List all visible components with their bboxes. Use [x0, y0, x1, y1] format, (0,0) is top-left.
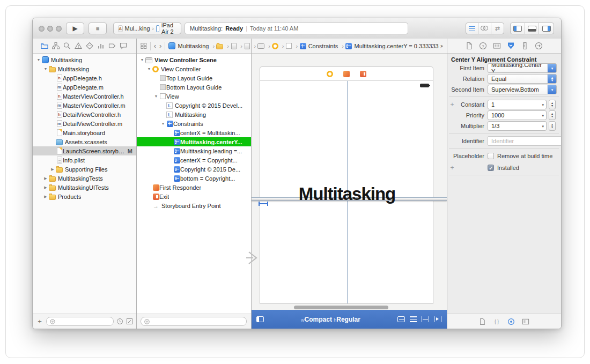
- disclosure-triangle[interactable]: ▶: [43, 176, 48, 181]
- disclosure-triangle[interactable]: ▼: [36, 58, 41, 62]
- outline-row[interactable]: ▼ Constraints: [136, 119, 251, 128]
- minimize-window-button[interactable]: [47, 26, 53, 32]
- identifier-input[interactable]: [488, 136, 562, 146]
- outline-row[interactable]: ▼ View Controller Scene: [136, 55, 251, 64]
- storyboard-canvas[interactable]: Multitasking: [251, 54, 447, 310]
- inspector-divider[interactable]: [447, 39, 447, 329]
- file-row[interactable]: m AppDelegate.m: [33, 83, 136, 92]
- version-editor-button[interactable]: ⇄: [491, 23, 504, 34]
- file-row[interactable]: ▶ Products: [33, 192, 136, 201]
- outline-row[interactable]: centerX = Copyright...: [136, 155, 251, 165]
- outline-row[interactable]: Exit: [136, 192, 251, 201]
- object-library-icon[interactable]: [507, 318, 515, 325]
- file-row[interactable]: ▶ MultitaskingTests: [33, 174, 136, 183]
- recent-files-clock-icon[interactable]: [116, 318, 123, 325]
- document-outline-toggle-icon[interactable]: [256, 316, 264, 322]
- disclosure-triangle[interactable]: ▼: [146, 67, 152, 71]
- attributes-inspector-icon[interactable]: [507, 42, 515, 50]
- file-row[interactable]: LaunchScreen.storyboard M: [33, 146, 136, 155]
- navigator-divider[interactable]: [136, 39, 137, 329]
- disclosure-triangle[interactable]: ▼: [139, 58, 145, 62]
- placeholder-checkbox[interactable]: [488, 153, 494, 159]
- breadcrumb-item[interactable]: Multitasking ›: [168, 42, 216, 49]
- breadcrumb-item[interactable]: Constraints ›: [299, 42, 345, 49]
- toggle-debug-area-button[interactable]: [525, 23, 540, 34]
- size-class-indicator[interactable]: wCompact hRegular: [264, 316, 397, 323]
- first-responder-icon[interactable]: [343, 71, 350, 77]
- file-row[interactable]: h MasterViewController.h: [33, 92, 136, 101]
- standard-editor-button[interactable]: [466, 23, 478, 34]
- outline-row[interactable]: bottom = Copyright...: [136, 174, 251, 183]
- test-navigator-icon[interactable]: [85, 42, 94, 50]
- outline-row[interactable]: ▼ View: [136, 92, 251, 101]
- breadcrumb-item[interactable]: Multitasking.centerY = 0.333333 × bottom…: [345, 42, 442, 49]
- file-row[interactable]: m MasterViewController.m: [33, 101, 136, 110]
- disclosure-triangle[interactable]: ▼: [43, 67, 48, 71]
- outline-row[interactable]: Multitasking.centerY...: [136, 137, 251, 146]
- toggle-navigator-button[interactable]: [511, 23, 525, 34]
- issue-navigator-icon[interactable]: [74, 42, 83, 50]
- breadcrumb-item[interactable]: ›: [216, 42, 231, 49]
- disclosure-triangle[interactable]: ▼: [153, 94, 159, 98]
- connections-inspector-icon[interactable]: [535, 42, 543, 50]
- relation-popup[interactable]: Equal ▴▾: [488, 74, 557, 84]
- file-row[interactable]: m DetailViewController.m: [33, 119, 136, 128]
- first-item-popup[interactable]: Multitasking.Center Y ▾: [488, 63, 557, 73]
- quick-help-inspector-icon[interactable]: ?: [479, 42, 487, 50]
- breakpoint-navigator-icon[interactable]: [108, 42, 116, 50]
- outline-row[interactable]: Copyright © 2015 De...: [136, 165, 251, 174]
- horizontal-scrollbar[interactable]: [294, 306, 388, 309]
- view-controller-icon[interactable]: [327, 71, 333, 77]
- file-row[interactable]: h DetailViewController.h: [33, 110, 136, 119]
- disclosure-triangle[interactable]: ▶: [43, 185, 48, 190]
- toggle-inspector-button[interactable]: [539, 23, 554, 34]
- priority-field[interactable]: 1000 ▾: [488, 110, 547, 120]
- file-row[interactable]: Main.storyboard: [33, 128, 136, 137]
- close-window-button[interactable]: [39, 26, 45, 32]
- media-library-icon[interactable]: [522, 318, 529, 325]
- align-button-icon[interactable]: [410, 316, 417, 322]
- search-navigator-icon[interactable]: [63, 42, 71, 50]
- add-installed-button[interactable]: +: [449, 164, 455, 172]
- assistant-editor-button[interactable]: [478, 23, 491, 34]
- related-items-icon[interactable]: [141, 42, 147, 49]
- multiplier-field[interactable]: 1/3 ▾: [488, 121, 547, 131]
- outline-filter-field[interactable]: [141, 317, 247, 326]
- code-snippet-library-icon[interactable]: { }: [493, 318, 500, 325]
- identity-inspector-icon[interactable]: [493, 42, 501, 50]
- stack-button-icon[interactable]: [397, 316, 405, 322]
- outline-divider[interactable]: [251, 39, 252, 329]
- breadcrumb-item[interactable]: ›: [231, 43, 244, 49]
- breadcrumb-item[interactable]: ›: [257, 43, 272, 49]
- file-row[interactable]: ▼ Multitasking: [33, 55, 136, 64]
- constant-field[interactable]: 1 ▾: [488, 100, 547, 109]
- file-template-library-icon[interactable]: [478, 318, 486, 325]
- disclosure-triangle[interactable]: ▶: [43, 195, 48, 199]
- zoom-window-button[interactable]: [56, 26, 62, 32]
- stop-button[interactable]: ■: [88, 23, 107, 34]
- symbol-navigator-icon[interactable]: [51, 42, 60, 50]
- file-row[interactable]: ▶ Supporting Files: [33, 165, 136, 174]
- disclosure-triangle[interactable]: ▼: [160, 122, 166, 125]
- file-row[interactable]: Assets.xcassets: [33, 137, 136, 146]
- project-navigator-icon[interactable]: [40, 42, 49, 50]
- debug-navigator-icon[interactable]: [97, 42, 105, 50]
- file-row[interactable]: ▶ MultitaskingUITests: [33, 183, 136, 192]
- outline-row[interactable]: First Responder: [136, 183, 251, 192]
- pin-button-icon[interactable]: [422, 316, 429, 322]
- multitasking-label[interactable]: Multitasking: [260, 184, 434, 204]
- report-navigator-icon[interactable]: [119, 42, 128, 50]
- scheme-selector[interactable]: A Mul...king › iPad Air 2: [113, 23, 181, 34]
- outline-row[interactable]: L Multitasking: [136, 110, 251, 119]
- run-button[interactable]: ▶: [66, 23, 84, 34]
- outline-row[interactable]: → Storyboard Entry Point: [136, 201, 251, 210]
- outline-row[interactable]: ▼ View Controller: [136, 64, 251, 73]
- outline-row[interactable]: Bottom Layout Guide: [136, 83, 251, 92]
- breadcrumb-item[interactable]: ›: [285, 42, 299, 49]
- installed-checkbox[interactable]: ✓: [488, 165, 494, 171]
- outline-row[interactable]: Top Layout Guide: [136, 73, 251, 83]
- breadcrumb-item[interactable]: ›: [272, 42, 286, 49]
- second-item-popup[interactable]: Superview.Bottom ▾: [488, 85, 557, 94]
- disclosure-triangle[interactable]: ▶: [50, 167, 55, 172]
- file-inspector-icon[interactable]: [465, 42, 473, 50]
